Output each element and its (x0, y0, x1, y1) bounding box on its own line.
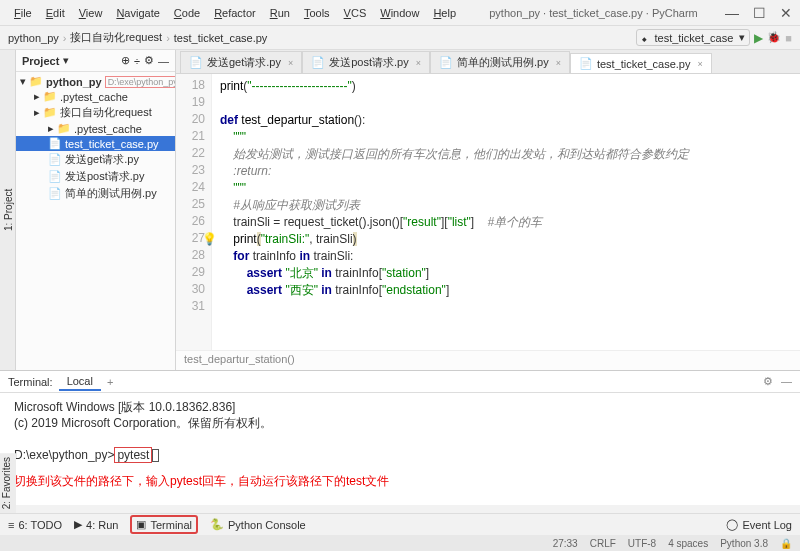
tree-item[interactable]: 📄简单的测试用例.py (16, 185, 175, 202)
editor-area: 📄发送get请求.py×📄发送post请求.py×📄简单的测试用例.py×📄te… (176, 50, 800, 370)
file-encoding[interactable]: UTF-8 (628, 538, 656, 549)
menu-tools[interactable]: Tools (298, 4, 336, 22)
bottom-toolbar: ≡ 6: TODO ▶ 4: Run ▣ Terminal 🐍 Python C… (0, 513, 800, 535)
terminal-line: Microsoft Windows [版本 10.0.18362.836] (14, 399, 786, 415)
window-title: python_py · test_ticket_case.py · PyChar… (462, 7, 725, 19)
menu-view[interactable]: View (73, 4, 109, 22)
todo-button[interactable]: ≡ 6: TODO (8, 519, 62, 531)
hide-icon[interactable]: — (781, 375, 792, 388)
minimize-icon[interactable]: — (725, 5, 739, 21)
event-log-button[interactable]: ◯ Event Log (726, 518, 792, 531)
gutter: 1819202122232425262728293031 (176, 74, 212, 350)
structure-tool-tab[interactable]: 2: Structure (0, 50, 2, 370)
favorites-tool-tab[interactable]: 2: Favorites (0, 453, 16, 513)
tree-item[interactable]: 📄发送post请求.py (16, 168, 175, 185)
cursor-position[interactable]: 27:33 (553, 538, 578, 549)
run-tool-button[interactable]: ▶ 4: Run (74, 518, 118, 531)
breadcrumb-part[interactable]: 接口自动化request (70, 30, 162, 45)
chevron-down-icon[interactable]: ▾ (63, 54, 69, 67)
editor-tabbar: 📄发送get请求.py×📄发送post请求.py×📄简单的测试用例.py×📄te… (176, 50, 800, 74)
add-terminal-button[interactable]: + (107, 376, 113, 388)
project-label[interactable]: Project (22, 55, 59, 67)
hide-icon[interactable]: — (158, 55, 169, 67)
code-editor[interactable]: 1819202122232425262728293031 print("----… (176, 74, 800, 350)
run-button[interactable]: ▶ (754, 31, 763, 45)
interpreter[interactable]: Python 3.8 (720, 538, 768, 549)
editor-tab[interactable]: 📄test_ticket_case.py× (570, 53, 712, 73)
breadcrumb-part[interactable]: test_ticket_case.py (174, 32, 268, 44)
tree-item[interactable]: 📄发送get请求.py (16, 151, 175, 168)
close-icon[interactable]: ✕ (780, 5, 792, 21)
tree-item[interactable]: 📄test_ticket_case.py (16, 136, 175, 151)
project-tree: ▾📁 python_py D:\exe\python_py ▸📁.pytest_… (16, 72, 175, 204)
code-content[interactable]: print("------------------------") def te… (212, 74, 800, 350)
menu-window[interactable]: Window (374, 4, 425, 22)
terminal-line: (c) 2019 Microsoft Corporation。保留所有权利。 (14, 415, 786, 431)
python-console-button[interactable]: 🐍 Python Console (210, 518, 306, 531)
menu-vcs[interactable]: VCS (338, 4, 373, 22)
editor-tab[interactable]: 📄发送get请求.py× (180, 51, 302, 73)
titlebar: FileEditViewNavigateCodeRefactorRunTools… (0, 0, 800, 26)
menu-code[interactable]: Code (168, 4, 206, 22)
debug-button[interactable]: 🐞 (767, 31, 781, 44)
maximize-icon[interactable]: ☐ (753, 5, 766, 21)
menu-navigate[interactable]: Navigate (110, 4, 165, 22)
project-panel: Project ▾ ⊕ ÷ ⚙ — ▾📁 python_py D:\exe\py… (16, 50, 176, 370)
terminal-panel: Terminal: Local + ⚙ — Microsoft Windows … (0, 370, 800, 505)
test-icon: ⬥ (641, 32, 648, 44)
breadcrumb: python_py › 接口自动化request › test_ticket_c… (0, 26, 800, 50)
menu-run[interactable]: Run (264, 4, 296, 22)
line-separator[interactable]: CRLF (590, 538, 616, 549)
left-toolwindows: 1: Project 2: Structure (0, 50, 16, 370)
menu-edit[interactable]: Edit (40, 4, 71, 22)
indent-setting[interactable]: 4 spaces (668, 538, 708, 549)
panel-header: Project ▾ ⊕ ÷ ⚙ — (16, 50, 175, 72)
project-root[interactable]: ▾📁 python_py D:\exe\python_py (16, 74, 175, 89)
stop-button[interactable]: ■ (785, 32, 792, 44)
tree-item[interactable]: ▸📁.pytest_cache (16, 89, 175, 104)
menu-file[interactable]: File (8, 4, 38, 22)
terminal-tab[interactable]: Local (59, 373, 101, 391)
annotation-text: 切换到该文件的路径下，输入pytest回车，自动运行该路径下的test文件 (14, 473, 786, 489)
tree-item[interactable]: ▸📁接口自动化request (16, 104, 175, 121)
tree-item[interactable]: ▸📁.pytest_cache (16, 121, 175, 136)
code-breadcrumb[interactable]: test_departur_station() (176, 350, 800, 370)
editor-tab[interactable]: 📄发送post请求.py× (302, 51, 430, 73)
editor-tab[interactable]: 📄简单的测试用例.py× (430, 51, 570, 73)
chevron-down-icon: ▾ (739, 31, 745, 44)
scroll-from-source-icon[interactable]: ⊕ (121, 54, 130, 67)
collapse-icon[interactable]: ÷ (134, 55, 140, 67)
main-menu: FileEditViewNavigateCodeRefactorRunTools… (8, 4, 462, 22)
lock-icon[interactable]: 🔒 (780, 538, 792, 549)
terminal-header: Terminal: Local + ⚙ — (0, 371, 800, 393)
project-tool-tab[interactable]: 1: Project (2, 50, 15, 370)
window-controls: — ☐ ✕ (725, 5, 792, 21)
gear-icon[interactable]: ⚙ (763, 375, 773, 388)
terminal-body[interactable]: Microsoft Windows [版本 10.0.18362.836] (c… (0, 393, 800, 505)
terminal-tool-button[interactable]: ▣ Terminal (130, 515, 198, 534)
statusbar: 27:33 CRLF UTF-8 4 spaces Python 3.8 🔒 (0, 535, 800, 551)
menu-refactor[interactable]: Refactor (208, 4, 262, 22)
terminal-label: Terminal: (8, 376, 53, 388)
run-config-selector[interactable]: ⬥ test_ticket_case ▾ (636, 29, 750, 46)
menu-help[interactable]: Help (427, 4, 462, 22)
terminal-prompt: D:\exe\python_py>pytest (14, 447, 786, 463)
gear-icon[interactable]: ⚙ (144, 54, 154, 67)
breadcrumb-part[interactable]: python_py (8, 32, 59, 44)
